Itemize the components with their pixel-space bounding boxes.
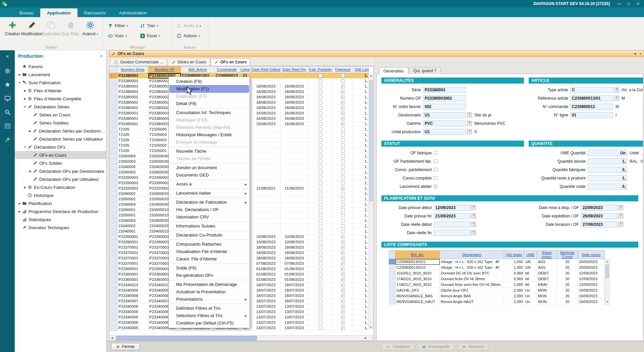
field-input[interactable]: 1, — [588, 158, 627, 164]
row-selector[interactable] — [109, 240, 117, 245]
fab-partielle-checkbox[interactable] — [319, 310, 322, 314]
fab-partielle-checkbox[interactable] — [319, 106, 322, 110]
fabrique-checkbox[interactable] — [341, 315, 345, 319]
composant-row[interactable]: 17A0110_9010_9010 Ouvrant fiche OV HI 28… — [389, 276, 610, 282]
tab-qui-quand[interactable]: Qui, quand ? — [409, 67, 441, 74]
close-icon[interactable]: × — [100, 53, 103, 59]
fabrique-checkbox[interactable] — [341, 305, 345, 308]
row-selector[interactable] — [389, 270, 395, 276]
fab-partielle-checkbox[interactable] — [319, 90, 322, 94]
row-selector[interactable] — [109, 288, 117, 293]
fabrique-checkbox[interactable] — [341, 192, 345, 196]
expander-icon[interactable] — [17, 202, 22, 205]
excel-button[interactable]: Excel ▾ — [138, 32, 169, 40]
column-header[interactable]: Designation — [440, 250, 504, 259]
monitor-icon[interactable] — [4, 95, 11, 102]
vertical-scrollbar[interactable]: ▲ ▼ — [368, 73, 373, 330]
fabrique-checkbox[interactable] — [341, 165, 345, 169]
fab-partielle-checkbox[interactable] — [319, 74, 322, 78]
context-menu-item[interactable]: Historique Messages / Entité — [169, 131, 250, 139]
expander-icon[interactable] — [23, 89, 27, 92]
row-selector[interactable] — [109, 197, 117, 202]
fab-partielle-checkbox[interactable] — [319, 283, 322, 287]
fab-partielle-checkbox[interactable] — [319, 213, 322, 217]
fab-partielle-checkbox[interactable] — [319, 251, 322, 255]
fab-partielle-checkbox[interactable] — [319, 219, 322, 222]
fab-partielle-checkbox[interactable] — [319, 138, 322, 142]
fabrique-checkbox[interactable] — [341, 289, 345, 292]
context-menu-item[interactable]: Nouvelle Tâche — [169, 148, 250, 155]
row-selector[interactable] — [109, 234, 117, 240]
fab-partielle-checkbox[interactable] — [319, 181, 322, 185]
date-input[interactable] — [434, 221, 470, 228]
context-menu-item[interactable]: Sélections Filtres et Tris — [169, 312, 250, 319]
field-input[interactable]: Un — [588, 150, 627, 156]
row-selector[interactable] — [109, 84, 117, 89]
collapse-sidebar-button[interactable]: « — [6, 53, 9, 59]
sidebar-item[interactable]: Files d'Attente Complète — [15, 95, 106, 103]
expander-icon[interactable] — [17, 73, 22, 76]
fabrique-checkbox[interactable] — [341, 197, 345, 201]
scroll-up-icon[interactable]: ▲ — [605, 259, 609, 264]
star-icon[interactable] — [4, 82, 11, 88]
fabrique-checkbox[interactable] — [341, 272, 345, 276]
filtrer-button[interactable]: Filtrer ▾ — [106, 22, 137, 30]
context-menu-item[interactable]: Définition Filtres et Tris — [169, 305, 250, 312]
fab-partielle-checkbox[interactable] — [319, 256, 322, 260]
fabrique-checkbox[interactable] — [341, 85, 345, 88]
context-menu-item[interactable]: Solde (F6) — [169, 264, 250, 272]
fab-partielle-checkbox[interactable] — [319, 246, 322, 249]
row-selector[interactable] — [109, 148, 117, 154]
context-menu-item[interactable]: Lancement Atelier — [169, 190, 250, 197]
context-menu-item[interactable]: Consultation Inf. Techniques — [169, 109, 250, 116]
row-selector[interactable] — [109, 213, 117, 218]
horizontal-scrollbar[interactable]: ◀ ▶ — [109, 335, 373, 341]
fab-partielle-checkbox[interactable] — [319, 208, 322, 212]
fabrique-checkbox[interactable] — [341, 106, 345, 110]
row-selector[interactable] — [109, 229, 117, 234]
sidebar-item[interactable]: Files d'Attente — [15, 87, 106, 95]
fabrique-checkbox[interactable] — [341, 251, 345, 255]
scroll-left-icon[interactable]: ◀ — [109, 336, 115, 341]
row-selector[interactable] — [109, 250, 117, 256]
row-selector[interactable] — [109, 164, 117, 170]
menu-tab[interactable]: Bureau — [13, 8, 40, 17]
context-menu-item[interactable]: Éléments Récents (Maj+F8) — [169, 124, 250, 131]
field-input[interactable]: P23380003 — [423, 87, 466, 93]
column-header[interactable]: UME — [524, 250, 537, 259]
row-selector[interactable] — [109, 186, 117, 191]
wrench-icon[interactable] — [4, 137, 11, 143]
sidebar-item[interactable]: En-Cours Fabrication — [15, 183, 106, 191]
column-header[interactable]: Numéro Série — [117, 66, 148, 73]
composant-row[interactable]: GACHE_OF2 Gâche pour OF2 2,000 Un MON 20… — [389, 288, 610, 293]
column-header[interactable]: Fabriqué — [333, 66, 353, 73]
field-input[interactable]: 002 — [423, 104, 466, 110]
row-selector[interactable] — [109, 170, 117, 175]
date-input[interactable] — [434, 230, 470, 236]
column-header[interactable]: Etape conso. — [537, 250, 557, 259]
fabrique-checkbox[interactable] — [341, 256, 345, 260]
date-input[interactable]: 22/09/2023 — [581, 205, 617, 211]
context-menu-item[interactable]: Composants Rattachés — [169, 241, 250, 248]
sidebar-item[interactable]: Déclaration Séries — [15, 103, 106, 111]
context-menu-item[interactable]: Valorisation CRV — [169, 213, 250, 221]
sidebar-item[interactable]: Déclaration Séries par Gestionnaire — [15, 127, 106, 135]
row-selector[interactable] — [109, 191, 117, 197]
column-header[interactable]: Commande — [215, 66, 239, 73]
fab-partielle-checkbox[interactable] — [319, 187, 322, 190]
fabrique-checkbox[interactable] — [341, 283, 345, 287]
column-header[interactable]: Qté Lan — [353, 66, 369, 73]
field-input[interactable]: C230800013 — [570, 104, 613, 110]
context-menu-item[interactable]: Modification (F1) — [169, 85, 249, 93]
fab-partielle-checkbox[interactable] — [319, 197, 322, 201]
row-selector[interactable] — [109, 138, 117, 143]
fabrique-checkbox[interactable] — [341, 208, 345, 212]
scrollbar-thumb[interactable] — [369, 81, 373, 201]
sidebar-item[interactable]: Séries en Cours — [15, 111, 106, 119]
row-selector[interactable] — [389, 259, 395, 265]
column-header[interactable]: Qté totale — [504, 250, 524, 259]
row-selector[interactable] — [109, 143, 117, 148]
column-header[interactable]: Methode Conso — [557, 250, 578, 259]
row-selector[interactable] — [109, 202, 117, 207]
fab-partielle-checkbox[interactable] — [319, 128, 322, 131]
